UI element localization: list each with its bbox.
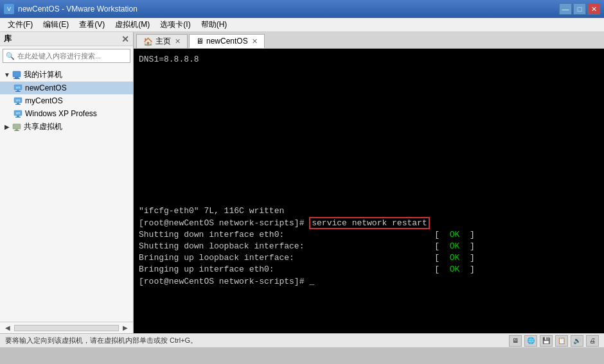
terminal-line-empty-3 — [139, 89, 599, 101]
vm-icon-mycentos: vm — [13, 96, 23, 106]
menu-help[interactable]: 帮助(H) — [196, 18, 233, 31]
svg-rect-16 — [15, 129, 18, 130]
menu-file[interactable]: 文件(F) — [3, 18, 38, 31]
menu-tab[interactable]: 选项卡(I) — [155, 18, 195, 31]
sidebar-search-box[interactable]: 🔍 — [3, 49, 130, 63]
minimize-button[interactable]: — — [559, 3, 572, 15]
svg-rect-0 — [13, 71, 21, 77]
terminal-line-empty-11 — [139, 182, 599, 194]
sidebar-item-mycentos[interactable]: vm myCentOS — [0, 94, 133, 107]
sidebar: 库 ✕ 🔍 ▼ 我的计算机 vm newCentOS — [0, 32, 134, 333]
svg-rect-5 — [15, 91, 21, 92]
svg-rect-12 — [17, 116, 19, 117]
tab-newcentos-close[interactable]: ✕ — [252, 37, 258, 46]
mycentos-label: myCentOS — [25, 96, 63, 105]
vm-icon-windowsxp: vm — [13, 108, 23, 119]
svg-text:vm: vm — [16, 85, 21, 89]
tab-newcentos-label: newCentOS — [206, 37, 248, 46]
newcentos-label: newCentOS — [25, 83, 67, 92]
menu-edit[interactable]: 编辑(E) — [38, 18, 74, 31]
tree-expander-shared[interactable]: ▶ — [3, 123, 12, 132]
sidebar-tree: ▼ 我的计算机 vm newCentOS vm myCentO — [0, 65, 133, 322]
terminal-line-dns: DNS1=8.8.8.8 — [139, 54, 599, 65]
svg-rect-9 — [15, 104, 21, 105]
computer-icon — [12, 70, 22, 80]
terminal-line-shutdown-loopback: Shutting down loopback interface: [ OK ] — [139, 241, 599, 252]
scroll-left-button[interactable]: ◀ — [3, 324, 13, 331]
terminal-line-empty-4 — [139, 101, 599, 112]
status-bar: 要将输入定向到该虚拟机，请在虚拟机内部单击或按 Ctrl+G。 🖥 🌐 💾 📋 … — [0, 333, 604, 347]
tab-bar: 🏠 主页 ✕ 🖥 newCentOS ✕ — [134, 32, 604, 49]
app-icon: V — [4, 4, 14, 14]
svg-text:vm: vm — [16, 111, 21, 115]
sidebar-item-shared-vms[interactable]: ▶ 共享虚拟机 — [0, 120, 133, 134]
terminal-line-bring-eth0: Bringing up interface eth0: [ OK ] — [139, 264, 599, 275]
svg-rect-17 — [14, 130, 19, 131]
svg-text:vm: vm — [16, 98, 21, 102]
terminal-line-empty-9 — [139, 159, 599, 171]
sidebar-title: 库 — [4, 33, 12, 44]
window-title: newCentOS - VMware Workstation — [18, 4, 138, 13]
tab-home[interactable]: 🏠 主页 ✕ — [136, 34, 188, 48]
terminal-line-cmd: [root@newCentOS network-scripts]# servic… — [139, 218, 599, 229]
maximize-button[interactable]: □ — [573, 3, 586, 15]
terminal-line-empty-12 — [139, 194, 599, 205]
shared-icon — [12, 122, 22, 132]
status-icon-print[interactable]: 🖨 — [586, 335, 599, 347]
terminal-line-empty-2 — [139, 77, 599, 89]
terminal-line-empty-6 — [139, 124, 599, 135]
ok-text-1: OK — [450, 230, 460, 239]
menu-view[interactable]: 查看(V) — [74, 18, 110, 31]
sidebar-item-windowsxp[interactable]: vm Windows XP Profess — [0, 107, 133, 120]
sidebar-close-button[interactable]: ✕ — [121, 34, 129, 44]
terminal-line-empty-1 — [139, 65, 599, 77]
status-icon-audio[interactable]: 🔊 — [571, 335, 583, 347]
terminal-line-shutdown-eth0: Shutting down interface eth0: [ OK ] — [139, 229, 599, 241]
ok-text-4: OK — [450, 264, 460, 274]
terminal-line-empty-10 — [139, 171, 599, 182]
vm-tab-icon: 🖥 — [196, 37, 204, 46]
status-icons: 🖥 🌐 💾 📋 🔊 🖨 — [509, 335, 599, 347]
menu-bar: 文件(F) 编辑(E) 查看(V) 虚拟机(M) 选项卡(I) 帮助(H) — [0, 18, 604, 32]
highlight-command: service network restart — [309, 217, 429, 229]
window-controls: — □ ✕ — [559, 3, 600, 15]
search-input[interactable] — [17, 52, 127, 60]
sidebar-item-my-computer[interactable]: ▼ 我的计算机 — [0, 68, 133, 82]
ok-text-3: OK — [450, 253, 460, 263]
tree-expander-my-computer[interactable]: ▼ — [3, 71, 12, 80]
terminal-line-bring-loopback: Bringing up loopback interface: [ OK ] — [139, 252, 599, 264]
search-icon: 🔍 — [6, 52, 15, 60]
terminal-line-prompt: [root@newCentOS network-scripts]# _ — [139, 276, 599, 288]
svg-rect-2 — [13, 78, 20, 79]
close-button[interactable]: ✕ — [587, 3, 600, 15]
svg-rect-13 — [15, 117, 21, 117]
terminal-line-written: "ifcfg-eth0" 7L, 116C written — [139, 205, 599, 217]
sidebar-item-newcentos[interactable]: vm newCentOS — [0, 82, 133, 94]
tab-home-label: 主页 — [155, 36, 171, 47]
windowsxp-label: Windows XP Profess — [25, 109, 97, 118]
scroll-bar[interactable] — [14, 325, 119, 331]
sidebar-header: 库 ✕ — [0, 32, 133, 46]
vm-icon-newcentos: vm — [13, 83, 23, 93]
vm-area: 🏠 主页 ✕ 🖥 newCentOS ✕ DNS1=8.8.8.8 — [134, 32, 604, 333]
tab-newcentos[interactable]: 🖥 newCentOS ✕ — [189, 34, 265, 48]
terminal-line-empty-7 — [139, 135, 599, 147]
status-icon-clipboard[interactable]: 📋 — [555, 335, 568, 347]
title-bar: V newCentOS - VMware Workstation — □ ✕ — [0, 0, 604, 18]
sidebar-bottom: ◀ ▶ — [0, 322, 133, 333]
menu-vm[interactable]: 虚拟机(M) — [110, 18, 155, 31]
status-icon-storage[interactable]: 💾 — [540, 335, 553, 347]
terminal[interactable]: DNS1=8.8.8.8 "ifcfg-eth0" 7L, 116C writt… — [134, 49, 604, 333]
ok-text-2: OK — [450, 241, 460, 251]
scroll-right-button[interactable]: ▶ — [120, 324, 130, 331]
status-icon-network[interactable]: 🌐 — [524, 335, 537, 347]
svg-rect-1 — [15, 77, 19, 78]
terminal-line-empty-8 — [139, 148, 599, 159]
shared-vms-label: 共享虚拟机 — [24, 121, 62, 132]
tab-home-close[interactable]: ✕ — [175, 37, 181, 46]
status-icon-monitor[interactable]: 🖥 — [509, 335, 522, 347]
my-computer-label: 我的计算机 — [24, 69, 62, 80]
terminal-line-empty-5 — [139, 112, 599, 124]
home-icon: 🏠 — [143, 37, 153, 46]
svg-rect-8 — [17, 103, 19, 104]
